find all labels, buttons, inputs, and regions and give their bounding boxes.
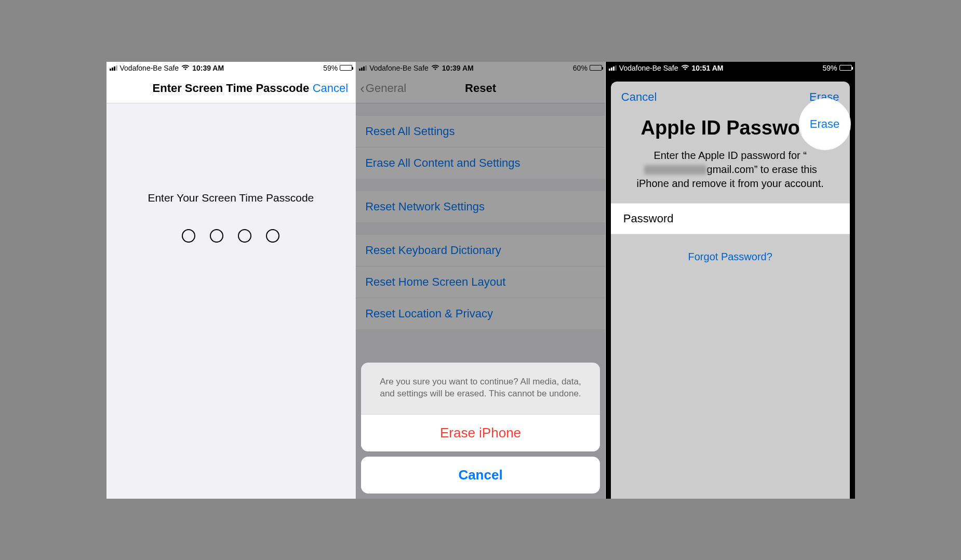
wifi-icon bbox=[681, 64, 689, 72]
erase-highlight-circle: Erase bbox=[800, 99, 850, 149]
sheet-message: Are you sure you want to continue? All m… bbox=[361, 363, 600, 415]
time-label: 10:39 AM bbox=[192, 64, 224, 72]
battery-icon bbox=[340, 65, 352, 71]
signal-icon bbox=[609, 65, 617, 71]
passcode-body: Enter Your Screen Time Passcode bbox=[106, 103, 356, 499]
battery-charging-icon bbox=[839, 65, 852, 71]
navbar: Enter Screen Time Passcode Cancel bbox=[106, 74, 356, 103]
cancel-button[interactable]: Cancel bbox=[313, 82, 348, 95]
passcode-prompt: Enter Your Screen Time Passcode bbox=[148, 192, 314, 204]
wifi-icon bbox=[181, 64, 190, 72]
status-bar: Vodafone-Be Safe 10:51 AM 59% bbox=[606, 62, 855, 74]
carrier-label: Vodafone-Be Safe bbox=[619, 64, 678, 72]
cancel-button[interactable]: Cancel bbox=[621, 90, 657, 104]
battery-pct: 59% bbox=[822, 64, 837, 72]
nav-title: Enter Screen Time Passcode bbox=[153, 82, 310, 95]
erase-iphone-button[interactable]: Erase iPhone bbox=[361, 415, 600, 451]
signal-icon bbox=[110, 65, 117, 71]
sheet-cancel-button[interactable]: Cancel bbox=[361, 457, 600, 494]
forgot-password-link[interactable]: Forgot Password? bbox=[611, 234, 850, 279]
sheet-description: Enter the Apple ID password for “gmail.c… bbox=[611, 139, 850, 203]
sheet-backdrop: Cancel Erase Apple ID Password Enter the… bbox=[606, 74, 855, 499]
passcode-dot bbox=[238, 229, 251, 243]
password-field[interactable]: Password bbox=[611, 203, 850, 234]
phone-3-appleid: Vodafone-Be Safe 10:51 AM 59% Cancel Era… bbox=[606, 62, 855, 499]
passcode-dot bbox=[266, 229, 279, 243]
desc-pre: Enter the Apple ID password for “ bbox=[653, 150, 807, 161]
phone-1-passcode: Vodafone-Be Safe 10:39 AM 59% Enter Scre… bbox=[106, 62, 356, 499]
desc-email-suffix: gmail.com bbox=[707, 164, 754, 175]
battery-pct: 59% bbox=[323, 64, 338, 72]
action-sheet: Are you sure you want to continue? All m… bbox=[356, 357, 605, 499]
carrier-label: Vodafone-Be Safe bbox=[120, 64, 179, 72]
status-bar: Vodafone-Be Safe 10:39 AM 59% bbox=[106, 62, 356, 74]
erase-highlight-label: Erase bbox=[810, 117, 839, 131]
phone-2-reset: Vodafone-Be Safe 10:39 AM 60% ‹ General … bbox=[356, 62, 606, 499]
passcode-dots[interactable] bbox=[182, 229, 279, 243]
redacted-email bbox=[644, 165, 706, 175]
passcode-dot bbox=[182, 229, 195, 243]
passcode-dot bbox=[210, 229, 223, 243]
time-label: 10:51 AM bbox=[692, 64, 724, 72]
